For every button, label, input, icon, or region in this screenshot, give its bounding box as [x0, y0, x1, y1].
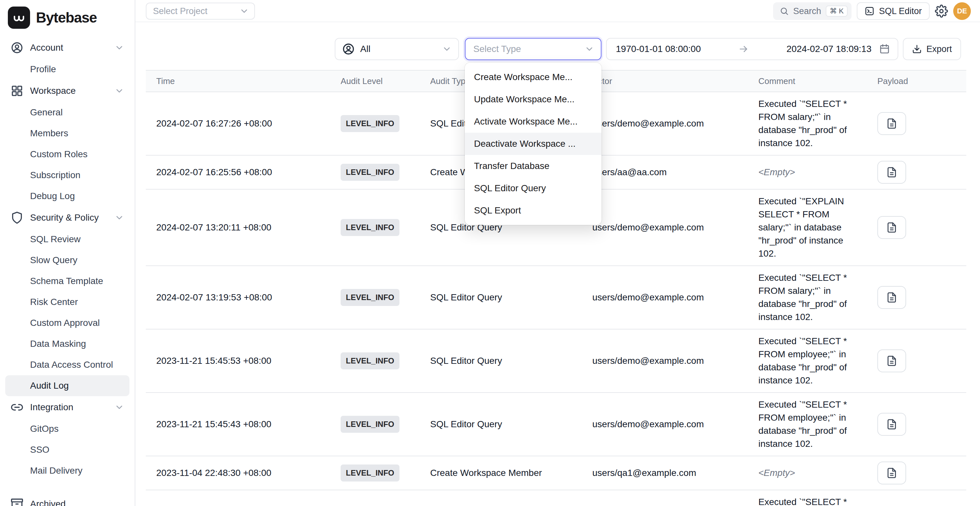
payload-button[interactable] — [877, 216, 906, 239]
sidebar-item-gitops[interactable]: GitOps — [5, 418, 129, 439]
sidebar-item-profile[interactable]: Profile — [5, 59, 129, 80]
sidebar-section-label: Security & Policy — [30, 212, 99, 223]
dropdown-item-update-workspace-member[interactable]: Update Workspace Me... — [465, 88, 601, 110]
cell-time: 2023-11-21 15:45:43 +08:00 — [146, 412, 330, 436]
sidebar-section-label: Workspace — [30, 86, 76, 96]
gear-icon — [935, 5, 948, 18]
sidebar-item-data-access-control[interactable]: Data Access Control — [5, 354, 129, 375]
cell-time: 2023-11-04 22:48:30 +08:00 — [146, 461, 330, 485]
cell-audit-type: SQL Editor Query — [420, 349, 582, 372]
export-button[interactable]: Export — [903, 38, 961, 60]
brand-name: Bytebase — [36, 10, 97, 26]
sidebar-section-integration[interactable]: Integration — [5, 396, 129, 418]
type-filter-dropdown-menu: Create Workspace Me... Update Workspace … — [465, 63, 601, 225]
sidebar-section-account[interactable]: Account — [5, 37, 129, 59]
cell-actor: users/demo@example.com — [582, 286, 748, 309]
sidebar-item-archived[interactable]: Archived — [5, 493, 129, 506]
sidebar-item-schema-template[interactable]: Schema Template — [5, 271, 129, 291]
cell-comment: Executed `"SELECT * FROM salary;"` in da… — [748, 92, 867, 155]
sidebar-item-subscription[interactable]: Subscription — [5, 165, 129, 186]
app-window: Bytebase Account Profile Workspace Gener… — [0, 0, 980, 506]
sidebar-section-label: Integration — [30, 402, 73, 412]
project-select[interactable]: Select Project — [146, 3, 255, 20]
chevron-down-icon — [115, 213, 124, 223]
sidebar-item-custom-approval[interactable]: Custom Approval — [5, 312, 129, 333]
sidebar-section-workspace[interactable]: Workspace — [5, 80, 129, 102]
audit-level-badge: LEVEL_INFO — [340, 352, 399, 369]
sidebar-section-label: Account — [30, 43, 63, 53]
sidebar-item-risk-center[interactable]: Risk Center — [5, 291, 129, 312]
user-circle-icon — [10, 41, 24, 54]
sidebar-item-slow-query[interactable]: Slow Query — [5, 250, 129, 271]
column-header-audit-level: Audit Level — [330, 76, 420, 86]
cell-actor: users/demo@example.com — [582, 412, 748, 436]
column-header-comment: Comment — [748, 76, 867, 86]
sidebar-item-members[interactable]: Members — [5, 123, 129, 144]
sidebar-section-security-policy[interactable]: Security & Policy — [5, 207, 129, 229]
sidebar-item-mail-delivery[interactable]: Mail Delivery — [5, 460, 129, 481]
sql-editor-label: SQL Editor — [879, 6, 922, 16]
topbar: Select Project Search ⌘ K SQL Editor DE — [135, 0, 980, 22]
chevron-down-icon — [115, 43, 124, 53]
sql-editor-button[interactable]: SQL Editor — [857, 2, 930, 20]
cell-comment: Executed `"SELECT * FROM department;"` i… — [748, 490, 867, 506]
cell-time: 2024-02-07 16:25:56 +08:00 — [146, 161, 330, 184]
cell-comment: Executed `"SELECT * FROM salary;"` in da… — [748, 266, 867, 329]
terminal-icon — [865, 6, 874, 16]
payload-button[interactable] — [877, 349, 906, 372]
file-text-icon — [886, 355, 897, 366]
table-row: 2023-11-21 15:45:53 +08:00 LEVEL_INFO SQ… — [146, 329, 966, 393]
table-row: 2024-02-07 13:19:53 +08:00 LEVEL_INFO SQ… — [146, 266, 966, 329]
date-range-picker[interactable]: 1970-01-01 08:00:00 2024-02-07 18:09:13 — [606, 38, 898, 60]
cell-audit-type: Create Workspace Member — [420, 461, 582, 485]
dropdown-item-create-workspace-member[interactable]: Create Workspace Me... — [465, 66, 601, 88]
cell-time: 2024-02-07 13:19:53 +08:00 — [146, 286, 330, 309]
dropdown-item-activate-workspace-member[interactable]: Activate Workspace Me... — [465, 110, 601, 133]
cell-actor: users/demo@example.com — [582, 112, 748, 135]
cell-comment: Executed `"SELECT * FROM employee;"` in … — [748, 393, 867, 456]
audit-level-badge: LEVEL_INFO — [340, 416, 399, 433]
file-text-icon — [886, 222, 897, 233]
sidebar-item-sql-review[interactable]: SQL Review — [5, 229, 129, 250]
file-text-icon — [886, 468, 897, 479]
sidebar-item-general[interactable]: General — [5, 102, 129, 123]
payload-button[interactable] — [877, 461, 906, 484]
cell-comment: <Empty> — [748, 461, 867, 485]
sidebar-item-sso[interactable]: SSO — [5, 439, 129, 460]
payload-button[interactable] — [877, 286, 906, 309]
brand-logo[interactable]: Bytebase — [0, 0, 135, 34]
audit-level-badge: LEVEL_INFO — [340, 219, 399, 236]
column-header-actor: Actor — [582, 76, 748, 86]
main-area: Select Project Search ⌘ K SQL Editor DE — [135, 0, 980, 506]
dropdown-item-sql-editor-query[interactable]: SQL Editor Query — [465, 177, 601, 199]
dropdown-item-transfer-database[interactable]: Transfer Database — [465, 155, 601, 177]
sidebar-item-audit-log[interactable]: Audit Log — [5, 375, 129, 396]
cell-actor: users/aa@aa.com — [582, 161, 748, 184]
dropdown-item-deactivate-workspace-member[interactable]: Deactivate Workspace ... — [465, 133, 601, 155]
chevron-down-icon — [584, 44, 594, 54]
topbar-actions: Search ⌘ K SQL Editor DE — [773, 2, 971, 20]
search-input[interactable]: Search ⌘ K — [773, 2, 851, 20]
settings-gear-button[interactable] — [935, 5, 948, 18]
payload-button[interactable] — [877, 413, 906, 436]
calendar-icon — [879, 44, 890, 54]
dropdown-item-sql-export[interactable]: SQL Export — [465, 199, 601, 222]
sidebar-item-label: Archived — [30, 499, 66, 506]
table-row: 2023-11-04 22:48:30 +08:00 LEVEL_INFO Cr… — [146, 456, 966, 490]
sidebar: Bytebase Account Profile Workspace Gener… — [0, 0, 135, 506]
search-label: Search — [793, 6, 821, 16]
actor-filter-select[interactable]: All — [335, 38, 459, 60]
type-filter-select[interactable]: Select Type — [465, 38, 601, 60]
audit-level-badge: LEVEL_INFO — [340, 465, 399, 482]
sidebar-item-data-masking[interactable]: Data Masking — [5, 333, 129, 354]
sidebar-item-debug-log[interactable]: Debug Log — [5, 186, 129, 207]
cell-time: 2024-02-07 16:27:26 +08:00 — [146, 112, 330, 135]
table-row: 2023-11-04 21:26:34 +08:00 LEVEL_INFO SQ… — [146, 490, 966, 506]
payload-button[interactable] — [877, 161, 906, 184]
project-select-placeholder: Select Project — [153, 6, 208, 16]
user-avatar[interactable]: DE — [953, 2, 971, 20]
download-icon — [912, 44, 922, 54]
archive-icon — [10, 498, 24, 506]
payload-button[interactable] — [877, 112, 906, 135]
sidebar-item-custom-roles[interactable]: Custom Roles — [5, 144, 129, 165]
